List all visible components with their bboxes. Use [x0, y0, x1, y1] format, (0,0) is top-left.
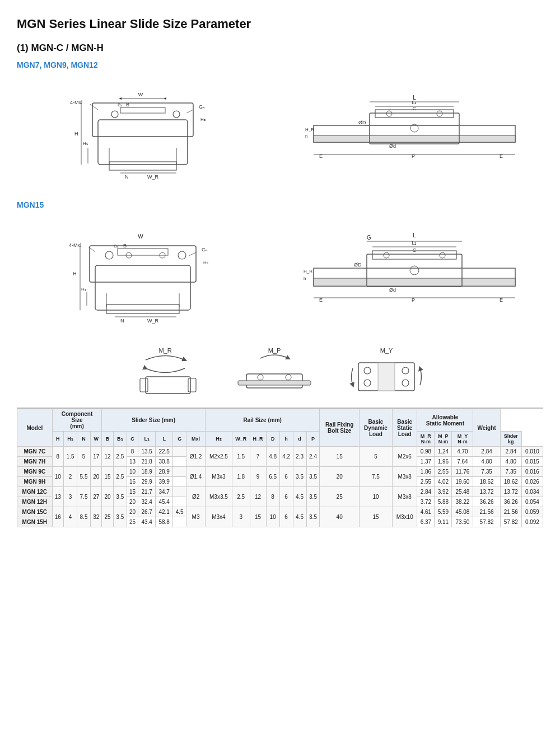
cell-L: 39.9	[156, 477, 173, 487]
cell-N: 8.5	[77, 507, 91, 527]
cell-H: 13	[52, 487, 63, 507]
svg-text:L: L	[413, 232, 416, 238]
svg-text:B: B	[126, 102, 129, 107]
cell-C: 8	[127, 447, 138, 457]
cell-bolt: M3x8	[393, 467, 417, 487]
moment-my: M_Y	[347, 346, 426, 396]
cell-H1: 1.5	[64, 447, 77, 467]
cell-MP: 21.56	[473, 507, 500, 517]
svg-rect-99	[188, 378, 196, 392]
svg-point-104	[286, 374, 291, 380]
svg-rect-7	[109, 162, 176, 170]
cell-G	[173, 487, 186, 497]
cell-slider-wt: 0.010	[521, 447, 543, 457]
cell-MP: 57.82	[473, 517, 500, 527]
cell-L: 58.8	[156, 517, 173, 527]
cell-cdyn: 1.37	[417, 457, 435, 467]
cell-slider-wt: 0.015	[521, 457, 543, 467]
cell-MR: 25.48	[452, 487, 473, 497]
cell-E: 15	[359, 507, 392, 527]
svg-text:E: E	[500, 153, 503, 159]
cell-slider-wt: 0.016	[521, 467, 543, 477]
th-N: N	[77, 432, 91, 447]
svg-text:E: E	[500, 297, 503, 303]
svg-text:h: h	[304, 276, 306, 281]
svg-point-108	[402, 367, 409, 374]
svg-text:H₁: H₁	[83, 141, 88, 146]
cell-W: 32	[90, 507, 101, 527]
diagram-front-mgn15: W B B₁ Gₙ H₂ H H₁ 4-Mxl N W_R	[17, 215, 274, 333]
cell-c0: 5.59	[435, 507, 452, 517]
cell-H2: 1.8	[232, 467, 250, 487]
diagram-side-mgn15: G L L₁ C ØD H_R h Ød E P	[286, 215, 543, 333]
svg-rect-53	[118, 249, 168, 255]
cell-c0: 2.55	[435, 467, 452, 477]
svg-text:P: P	[412, 153, 415, 159]
svg-point-110	[402, 380, 409, 386]
th-D: D	[266, 432, 279, 447]
svg-text:E: E	[319, 153, 323, 159]
cell-MP: 7.35	[473, 467, 500, 477]
cell-cdyn: 0.98	[417, 447, 435, 457]
cell-slider-wt: 0.026	[521, 477, 543, 487]
svg-text:W: W	[138, 233, 143, 240]
table-row: MGN 7C81.5517122.5813.522.5Ø1.2M2x2.51.5…	[17, 447, 543, 457]
svg-text:4-Mxl: 4-Mxl	[69, 242, 81, 248]
moment-diagrams-row: M_R	[17, 346, 543, 396]
model-cell: MGN 7H	[17, 457, 53, 467]
cell-G	[173, 447, 186, 457]
cell-MY: 21.56	[500, 507, 521, 517]
cell-D: 4.2	[279, 447, 293, 467]
cell-MY: 4.80	[500, 457, 521, 467]
svg-point-78	[410, 266, 419, 275]
cell-L1: 26.7	[138, 507, 156, 517]
cell-cdyn: 6.37	[417, 517, 435, 527]
cell-G	[173, 467, 186, 477]
cell-Mxl: M3	[186, 507, 206, 527]
cell-L1: 21.8	[138, 457, 156, 467]
cell-Mxl2: M3x3.5	[205, 487, 232, 507]
cell-W: 27	[90, 487, 101, 507]
cell-h: 2.3	[293, 447, 306, 467]
svg-rect-102	[238, 381, 311, 385]
cell-L: 34.7	[156, 487, 173, 497]
cell-H1: 3	[64, 487, 77, 507]
svg-text:C: C	[413, 247, 417, 253]
cell-B: 25	[102, 507, 113, 527]
cell-P: 40	[320, 507, 359, 527]
cell-B: 12	[102, 447, 113, 467]
svg-text:H: H	[74, 131, 78, 137]
cell-P: 20	[320, 467, 359, 487]
th-MY: M_YN-m	[452, 432, 473, 447]
cell-B: 15	[102, 467, 113, 487]
svg-text:ØD: ØD	[354, 262, 362, 268]
th-allowable-moment: AllowableStatic Moment	[417, 409, 473, 432]
model-cell: MGN 15H	[17, 517, 53, 527]
th-WR: W_R	[232, 432, 250, 447]
cell-G	[173, 477, 186, 487]
svg-text:ØD: ØD	[358, 120, 366, 125]
cell-L: 45.4	[156, 497, 173, 507]
cell-MY: 2.84	[500, 447, 521, 457]
svg-text:4-Mxl: 4-Mxl	[70, 100, 82, 105]
cell-B1: 2.5	[113, 447, 127, 467]
cell-L1: 21.7	[138, 487, 156, 497]
th-H: H	[52, 432, 63, 447]
moment-mr: M_R	[134, 346, 202, 396]
svg-point-49	[105, 251, 113, 259]
svg-text:Ød: Ød	[389, 287, 396, 293]
svg-text:Ød: Ød	[389, 143, 396, 149]
cell-bolt: M3x10	[393, 507, 417, 527]
cell-L1: 32.4	[138, 497, 156, 507]
cell-L1: 43.4	[138, 517, 156, 527]
th-B1: B₁	[113, 432, 127, 447]
cell-C: 16	[127, 477, 138, 487]
cell-MP: 2.84	[473, 447, 500, 457]
cell-L1: 13.5	[138, 447, 156, 457]
th-B: B	[102, 432, 113, 447]
cell-L1: 29.9	[138, 477, 156, 487]
cell-MP: 36.26	[473, 497, 500, 507]
cell-cdyn: 3.72	[417, 497, 435, 507]
cell-B1: 3.5	[113, 487, 127, 507]
svg-rect-73	[314, 278, 515, 286]
